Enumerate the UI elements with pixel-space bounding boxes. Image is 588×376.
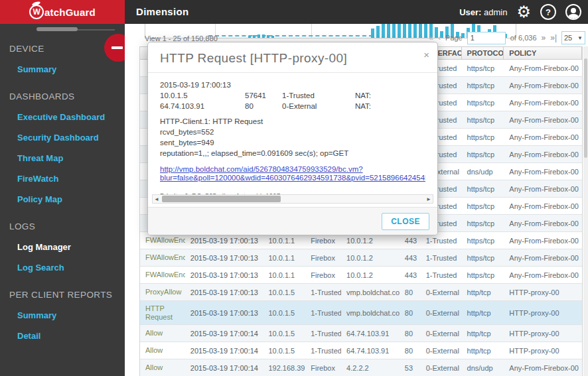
table-cell: dns/udp bbox=[462, 359, 504, 376]
user-info: User: admin bbox=[459, 7, 507, 17]
timeline-bar bbox=[408, 24, 411, 38]
watchguard-logo: W atchGuard bbox=[0, 0, 125, 24]
table-cell: HTTP-proxy-00 bbox=[504, 284, 582, 300]
table-cell: 0-External bbox=[421, 325, 462, 342]
table-cell: 0-External bbox=[421, 359, 462, 376]
table-cell: Any-From-Firebox-00 bbox=[504, 267, 582, 283]
table-cell: https/tcp bbox=[462, 232, 504, 249]
account-avatar-icon[interactable] bbox=[565, 4, 581, 20]
scroll-left-icon[interactable]: ◄ bbox=[153, 196, 161, 202]
table-cell: 443 bbox=[400, 267, 421, 283]
table-cell: Allow bbox=[140, 359, 185, 376]
detail-line: HTTP-Client.1: HTTP Request bbox=[160, 116, 425, 127]
scrollbar-track[interactable] bbox=[161, 195, 425, 203]
next-page-icon[interactable]: » bbox=[542, 33, 546, 42]
scrollbar-thumb[interactable] bbox=[584, 58, 587, 158]
sidebar-item-summary[interactable]: Summary bbox=[17, 64, 125, 74]
table-cell: dns/udp bbox=[462, 163, 504, 180]
table-row[interactable]: FWAllowEnc2015-03-19 17:00:1310.0.1.1Fir… bbox=[140, 249, 582, 267]
page-number-input[interactable] bbox=[467, 32, 506, 44]
log-detail-dialog: HTTP Request [HTTP-proxy-00] × 2015-03-1… bbox=[147, 42, 438, 235]
first-page-icon[interactable]: « bbox=[429, 33, 433, 42]
dialog-footer: CLOSE bbox=[148, 207, 437, 235]
user-label: User: bbox=[459, 7, 481, 17]
url-line-1: http://vmp.boldchat.com/aid/526780483475… bbox=[160, 165, 425, 174]
column-header[interactable]: PROTOCOL bbox=[462, 47, 504, 59]
timeline-bar bbox=[248, 36, 251, 38]
log-timestamp: 2015-03-19 17:00:13 bbox=[160, 80, 425, 90]
detail-line: reputation=1,,; elapsed_time=0.091609 se… bbox=[160, 148, 425, 158]
table-cell: Allow bbox=[140, 342, 185, 359]
sidebar-item-log-search[interactable]: Log Search bbox=[17, 263, 125, 273]
top-header: W atchGuard Dimension User: admin ⚙ ? bbox=[0, 0, 588, 24]
timeline-bar bbox=[403, 24, 406, 38]
table-cell: 1-Trusted bbox=[305, 325, 341, 342]
close-icon[interactable]: × bbox=[423, 49, 429, 60]
table-cell: 1-Trusted bbox=[421, 249, 462, 266]
table-row[interactable]: HTTP Request2015-03-19 17:00:1310.0.1.51… bbox=[140, 301, 582, 325]
table-cell: https/tcp bbox=[462, 146, 504, 162]
table-cell: 1-Trusted bbox=[305, 342, 341, 359]
prev-page-icon[interactable]: ‹ bbox=[438, 33, 441, 42]
table-cell: 10.0.1.2 bbox=[341, 249, 400, 266]
last-page-icon[interactable]: »| bbox=[550, 33, 557, 42]
table-cell: 10.0.1.5 bbox=[263, 284, 305, 300]
table-cell: https/tcp bbox=[462, 198, 504, 214]
connection-interface: 0-External bbox=[282, 101, 355, 111]
table-cell: ProxyAllow bbox=[140, 284, 185, 300]
page-size-select[interactable]: 25 ▼ bbox=[561, 31, 585, 44]
dialog-body: 2015-03-19 17:00:13 10.0.1.5576411-Trust… bbox=[148, 73, 437, 202]
table-cell: Any-From-Firebox-00 bbox=[504, 60, 582, 76]
table-cell: https/tcp bbox=[462, 215, 504, 231]
pagination-bar: « ‹ Page of 6,036 » »| 25 ▼ bbox=[429, 31, 585, 44]
table-cell: 2015-03-19 17:00:13 bbox=[185, 284, 263, 300]
request-url-link[interactable]: http://vmp.boldchat.com/aid/526780483475… bbox=[160, 165, 425, 182]
scrollbar-thumb[interactable] bbox=[162, 196, 281, 202]
table-row[interactable]: Allow2015-03-19 17:00:1410.0.1.51-Truste… bbox=[140, 342, 582, 359]
table-cell: 4.2.2.2 bbox=[341, 359, 400, 376]
timeline-bar bbox=[419, 24, 422, 38]
table-row[interactable]: Allow2015-03-19 17:00:14192.168.39.62Fir… bbox=[140, 359, 582, 376]
connection-row: 64.74.103.91800-ExternalNAT: bbox=[160, 101, 425, 111]
dialog-title-bar: HTTP Request [HTTP-proxy-00] × bbox=[148, 42, 437, 73]
table-vertical-scrollbar[interactable] bbox=[583, 46, 588, 376]
table-cell: Any-From-Firebox-00 bbox=[504, 111, 582, 128]
nav-section-title: DASHBOARDS bbox=[9, 92, 125, 101]
close-button[interactable]: CLOSE bbox=[382, 213, 429, 230]
table-cell: HTTP-proxy-00 bbox=[504, 325, 582, 342]
table-cell: 1-Trusted bbox=[305, 301, 341, 324]
dialog-horizontal-scrollbar[interactable]: ◄ ► bbox=[152, 194, 433, 204]
table-cell: 10.0.1.5 bbox=[263, 301, 305, 324]
table-cell: https/tcp bbox=[462, 249, 504, 266]
table-row[interactable]: ProxyAllow2015-03-19 17:00:1310.0.1.51-T… bbox=[140, 284, 582, 301]
sidebar-item-threat-map[interactable]: Threat Map bbox=[17, 153, 125, 163]
timeline-bar bbox=[271, 36, 274, 38]
table-cell: https/tcp bbox=[462, 77, 504, 94]
sidebar-scroll-thumb[interactable] bbox=[37, 27, 78, 31]
connection-row: 10.0.1.5576411-TrustedNAT: bbox=[160, 90, 425, 101]
table-cell: https/tcp bbox=[462, 180, 504, 197]
scroll-right-icon[interactable]: ► bbox=[425, 196, 433, 202]
sidebar-item-summary[interactable]: Summary bbox=[17, 310, 125, 320]
column-header[interactable]: POLICY bbox=[504, 47, 582, 59]
help-icon[interactable]: ? bbox=[540, 4, 556, 20]
page-size-value: 25 bbox=[564, 34, 572, 42]
sidebar-item-log-manager[interactable]: Log Manager bbox=[17, 242, 125, 252]
table-row[interactable]: Allow2015-03-19 17:00:1410.0.1.51-Truste… bbox=[140, 325, 582, 342]
sidebar-item-detail[interactable]: Detail bbox=[17, 331, 125, 341]
table-row[interactable]: FWAllowEnc2015-03-19 17:00:1310.0.1.1Fir… bbox=[140, 267, 582, 284]
table-cell: 0-External bbox=[421, 284, 462, 300]
sidebar-item-policy-map[interactable]: Policy Map bbox=[17, 194, 125, 204]
page-label: Page bbox=[445, 34, 463, 42]
table-cell: 2015-03-19 17:00:13 bbox=[185, 267, 263, 283]
settings-gear-icon[interactable]: ⚙ bbox=[516, 4, 531, 20]
table-cell: Firebox bbox=[305, 267, 341, 283]
table-cell: 2015-03-19 17:00:13 bbox=[185, 301, 263, 324]
nav-section-title: PER CLIENT REPORTS bbox=[9, 290, 125, 300]
main-content: View 1 - 25 of 150,880 « ‹ Page of 6,036… bbox=[125, 24, 588, 376]
sidebar-item-firewatch[interactable]: FireWatch bbox=[17, 174, 125, 184]
timeline-bar bbox=[387, 24, 390, 38]
table-cell: 0-External bbox=[421, 342, 462, 359]
sidebar-item-security-dashboard[interactable]: Security Dashboard bbox=[17, 133, 125, 143]
sidebar-item-executive-dashboard[interactable]: Executive Dashboard bbox=[17, 112, 125, 122]
